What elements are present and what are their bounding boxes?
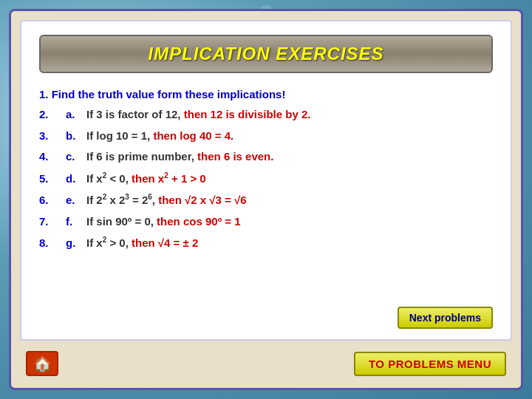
problem-letter: e. [66, 192, 86, 209]
intro-row: 1. Find the truth value form these impli… [39, 88, 493, 100]
list-item: 4. c. If 6 is prime number, then 6 is ev… [39, 147, 493, 167]
problem-letter: f. [66, 214, 86, 231]
home-icon: 🏠 [33, 355, 52, 372]
problem-number: 6. [39, 192, 66, 209]
problem-letter: d. [66, 171, 86, 188]
problem-number: 8. [39, 235, 66, 252]
list-item: 5. d. If x2 < 0, then x2 + 1 > 0 [39, 168, 493, 189]
problem-text: If x2 < 0, then x2 + 1 > 0 [86, 170, 206, 188]
list-item: 8. g. If x2 > 0, then √4 = ± 2 [39, 233, 493, 253]
problem-letter: a. [66, 106, 86, 123]
problem-number: 7. [39, 214, 66, 231]
list-item: 3. b. If log 10 = 1, then log 40 = 4. [39, 126, 493, 146]
home-button[interactable]: 🏠 [26, 351, 58, 376]
problem-number: 4. [39, 149, 66, 166]
list-item: 7. f. If sin 90º = 0, then cos 90º = 1 [39, 212, 493, 232]
title-bar: IMPLICATION EXERCISES [39, 35, 493, 73]
next-button-row: Next problems [39, 307, 493, 329]
problem-letter: b. [66, 128, 86, 145]
problem-text: If 22 x 23 = 26, then √2 x √3 = √6 [86, 191, 247, 209]
problem-text: If x2 > 0, then √4 = ± 2 [86, 234, 198, 252]
problem-text: If log 10 = 1, then log 40 = 4. [86, 128, 233, 145]
problem-number: 2. [39, 106, 66, 123]
list-item: 2. a. If 3 is factor of 12, then 12 is d… [39, 105, 493, 125]
problems-menu-button[interactable]: TO PROBLEMS MENU [354, 352, 506, 376]
problem-letter: g. [66, 235, 86, 252]
problem-text: If sin 90º = 0, then cos 90º = 1 [86, 214, 241, 231]
main-content: IMPLICATION EXERCISES 1. Find the truth … [20, 20, 512, 341]
outer-card: IMPLICATION EXERCISES 1. Find the truth … [9, 9, 523, 390]
problem-text: If 6 is prime number, then 6 is even. [86, 149, 273, 166]
list-item: 6. e. If 22 x 23 = 26, then √2 x √3 = √6 [39, 190, 493, 211]
problems-list: 1. Find the truth value form these impli… [39, 88, 493, 301]
next-problems-button[interactable]: Next problems [398, 307, 493, 329]
problem-number: 5. [39, 171, 66, 188]
footer-bar: 🏠 TO PROBLEMS MENU [20, 347, 512, 381]
page-title: IMPLICATION EXERCISES [55, 44, 477, 64]
problem-letter: c. [66, 149, 86, 166]
problem-number: 3. [39, 128, 66, 145]
problem-text: If 3 is factor of 12, then 12 is divisib… [86, 106, 310, 123]
